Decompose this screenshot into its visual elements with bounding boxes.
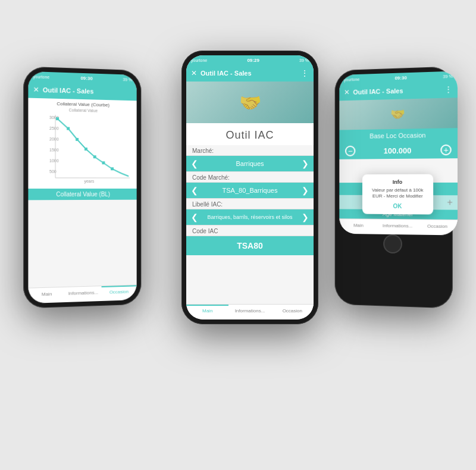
header-image-center: 🤝 [186, 82, 314, 123]
value-libelle: Barriques, barrils, réservoirs et silos [203, 214, 297, 220]
prev-libelle-btn[interactable]: ❮ [186, 212, 203, 222]
phone-left: yourtone 09:30 39 % ✕ Outil IAC - Sales … [23, 66, 141, 308]
svg-rect-14 [111, 167, 114, 170]
close-btn-center[interactable]: ✕ [191, 69, 197, 77]
home-button-right[interactable] [383, 234, 402, 254]
prev-marche-btn[interactable]: ❮ [186, 159, 203, 168]
tab-occasion-center[interactable]: Occasion [271, 305, 314, 319]
value-code-marche: TSA_80_Barriques [203, 187, 297, 194]
value-code-iac: TSA80 [186, 241, 314, 250]
nav-title-left: Outil IAC - Sales [43, 86, 132, 96]
collateral-chart: 3000 2500 2000 1500 1000 500 [31, 111, 134, 184]
value-row-right: − 100.000 + [339, 142, 458, 159]
close-btn-left[interactable]: ✕ [33, 85, 39, 93]
info-dialog: Info Valeur par défaut à 100k EUR - Merc… [362, 174, 433, 215]
tab-occasion-right[interactable]: Occasion [417, 220, 458, 235]
label-marche: Marché: [186, 145, 314, 156]
close-btn-right[interactable]: ✕ [344, 88, 350, 96]
field-row-code-marche: ❮ TSA_80_Barriques ❯ [186, 183, 314, 198]
battery-right: 39 % [443, 74, 452, 79]
scene: yourtone 09:30 39 % ✕ Outil IAC - Sales … [12, 15, 464, 455]
svg-rect-9 [67, 127, 70, 130]
field-row-code-iac: TSA80 [186, 236, 314, 255]
content-center: Marché: ❮ Barriques ❯ Code Marché: ❮ TSA… [186, 145, 314, 304]
plus-btn-potentiel[interactable]: + [447, 197, 453, 208]
header-hands-icon: 🤝 [239, 92, 261, 113]
label-code-iac: Code IAC [186, 225, 314, 236]
label-code-marche: Code Marché: [186, 172, 314, 183]
carrier-center: yourtone [191, 58, 207, 62]
battery-center: 39 % [299, 58, 309, 62]
tab-bar-right: Main Informations... Occasion [339, 218, 458, 235]
svg-text:1500: 1500 [49, 148, 59, 152]
carrier-right: yourtone [344, 77, 359, 82]
status-bar-center: yourtone 09:29 39 % [186, 55, 314, 65]
info-dialog-title: Info [367, 178, 428, 184]
svg-rect-13 [102, 161, 105, 164]
more-btn-center[interactable]: ⋮ [300, 68, 309, 78]
ok-button[interactable]: OK [367, 203, 428, 210]
info-dialog-text: Valeur par défaut à 100k EUR - Merci de … [367, 187, 428, 199]
svg-rect-8 [56, 117, 59, 120]
tab-bar-center: Main Informations... Occasion [186, 304, 314, 319]
section-title-right: Base Loc Occasion [339, 128, 458, 143]
svg-rect-11 [84, 148, 87, 151]
svg-text:2000: 2000 [49, 137, 59, 141]
tab-main-left[interactable]: Main [28, 287, 65, 303]
nav-title-right: Outil IAC - Sales [353, 86, 444, 95]
phone-center: yourtone 09:29 39 % ✕ Outil IAC - Sales … [181, 51, 318, 324]
label-libelle: Libellé IAC: [186, 199, 314, 209]
svg-text:years: years [84, 179, 94, 184]
field-row-marche: ❮ Barriques ❯ [186, 156, 314, 171]
header-image-right: 🤝 [339, 98, 458, 130]
nav-title-center: Outil IAC - Sales [201, 70, 300, 77]
next-libelle-btn[interactable]: ❯ [297, 212, 314, 222]
svg-rect-10 [76, 138, 79, 141]
app-title: Outil IAC [186, 123, 314, 145]
time-center: 09:29 [247, 58, 259, 63]
tab-info-center[interactable]: Informations... [228, 305, 271, 319]
phone-right: yourtone 09:30 39 % ✕ Outil IAC - Sales … [335, 66, 453, 308]
plus-btn[interactable]: + [440, 145, 451, 155]
svg-rect-12 [93, 155, 96, 158]
nav-bar-center: ✕ Outil IAC - Sales ⋮ [186, 65, 314, 82]
section2-title: Collateral Value (BL) [28, 189, 136, 200]
value-marche: Barriques [203, 160, 297, 167]
value-display: 100.000 [355, 146, 440, 156]
tab-info-left[interactable]: Informations... [65, 286, 101, 302]
content-left: Collateral Value (Courbe) Collateral Val… [28, 98, 136, 288]
carrier-left: yourtone [33, 74, 50, 79]
next-code-marche-btn[interactable]: ❯ [297, 186, 314, 195]
tab-main-center[interactable]: Main [186, 305, 228, 319]
field-row-libelle: ❮ Barriques, barrils, réservoirs et silo… [186, 209, 314, 225]
next-marche-btn[interactable]: ❯ [297, 159, 314, 168]
battery-left: 39 % [123, 77, 132, 82]
more-btn-right[interactable]: ⋮ [444, 84, 452, 95]
svg-text:1000: 1000 [49, 159, 59, 163]
time-left: 09:30 [80, 75, 92, 81]
tab-info-right[interactable]: Informations... [378, 220, 417, 235]
tab-occasion-left[interactable]: Occasion [101, 285, 136, 301]
svg-text:2500: 2500 [49, 126, 59, 130]
chart-area-left: Collateral Value (Courbe) Collateral Val… [28, 98, 136, 189]
time-right: 09:30 [394, 75, 406, 81]
prev-code-marche-btn[interactable]: ❮ [186, 186, 203, 195]
minus-btn[interactable]: − [345, 146, 355, 156]
tab-bar-left: Main Informations... Occasion [28, 284, 136, 303]
header-hands-right-icon: 🤝 [390, 107, 405, 122]
tab-main-right[interactable]: Main [339, 219, 378, 234]
content-right: Base Loc Occasion − 100.000 + Info Valeu… [339, 128, 458, 220]
